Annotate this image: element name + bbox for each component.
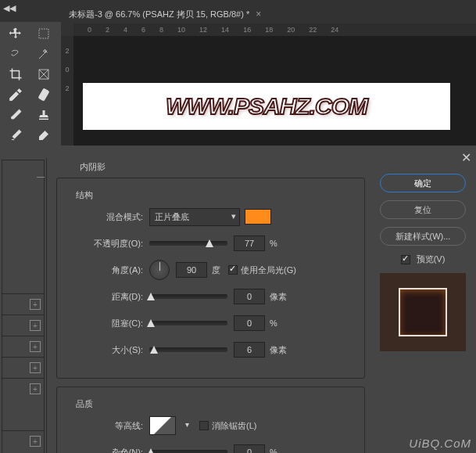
distance-slider[interactable] [149, 294, 227, 299]
fx-row[interactable]: + [2, 357, 44, 378]
tools-toolbar [0, 22, 61, 147]
history-brush-icon[interactable] [2, 126, 29, 145]
eraser-tool-icon[interactable] [30, 126, 57, 145]
stamp-tool-icon[interactable] [30, 106, 57, 124]
choke-slider[interactable] [149, 321, 227, 325]
wand-tool-icon[interactable] [30, 45, 57, 63]
distance-label: 距离(D): [65, 291, 143, 303]
antialias-checkbox[interactable] [199, 421, 209, 430]
styles-list-panel: — + + + + + + [0, 158, 47, 453]
angle-dial[interactable] [149, 260, 170, 280]
opacity-unit: % [270, 239, 277, 248]
shadow-color-swatch[interactable] [245, 209, 271, 225]
angle-label: 角度(A): [65, 264, 143, 276]
noise-slider[interactable] [149, 450, 227, 453]
marquee-tool-icon[interactable] [30, 24, 57, 43]
brush-tool-icon[interactable] [2, 106, 29, 124]
choke-label: 阻塞(C): [65, 318, 143, 329]
blend-mode-label: 混合模式: [65, 211, 143, 223]
choke-unit: % [270, 318, 277, 328]
add-icon[interactable]: + [30, 362, 41, 373]
close-icon[interactable]: × [256, 9, 261, 20]
svg-rect-2 [38, 88, 49, 101]
vertical-ruler: 202 [61, 36, 73, 146]
quality-section-title: 品质 [65, 398, 356, 416]
distance-input[interactable] [234, 289, 265, 304]
choke-input[interactable] [234, 315, 265, 331]
size-input[interactable] [234, 342, 265, 358]
size-label: 大小(S): [65, 344, 143, 356]
document-title: 未标题-3 @ 66.7% (PSAHZ 拷贝 15, RGB/8#) * [69, 9, 249, 20]
panel-title: 内阴影 [80, 161, 365, 173]
eyedropper-tool-icon[interactable] [2, 85, 29, 104]
document-tab[interactable]: 未标题-3 @ 66.7% (PSAHZ 拷贝 15, RGB/8#) * × [63, 6, 267, 22]
add-icon[interactable]: + [30, 299, 41, 310]
contour-picker[interactable] [149, 416, 176, 435]
opacity-label: 不透明度(O): [65, 238, 143, 250]
ok-button[interactable]: 确定 [380, 174, 466, 192]
angle-unit: 度 [212, 264, 220, 276]
distance-unit: 像素 [270, 291, 287, 303]
canvas: WWW.PSAHZ.COM [83, 83, 450, 130]
noise-label: 杂色(N): [65, 447, 143, 454]
angle-input[interactable] [176, 262, 207, 278]
global-light-label: 使用全局光(G) [241, 264, 296, 276]
canvas-area[interactable]: WWW.PSAHZ.COM [73, 36, 476, 146]
site-watermark: UiBQ.CoM [409, 437, 471, 450]
crop-tool-icon[interactable] [2, 65, 29, 84]
collapse-icon[interactable]: — [37, 172, 45, 181]
dialog-close-icon[interactable]: ✕ [461, 150, 471, 165]
horizontal-ruler: 024681012141618202224 [73, 23, 476, 36]
new-style-button[interactable]: 新建样式(W)... [380, 227, 466, 246]
fx-row[interactable]: + [2, 378, 44, 399]
antialias-label: 消除锯齿(L) [212, 420, 256, 432]
size-slider[interactable] [149, 347, 227, 352]
global-light-checkbox[interactable] [228, 265, 238, 275]
size-unit: 像素 [270, 344, 287, 356]
frame-tool-icon[interactable] [30, 65, 57, 84]
noise-input[interactable] [234, 444, 265, 453]
lasso-tool-icon[interactable] [2, 45, 29, 63]
fx-row[interactable]: + [2, 336, 44, 357]
fx-row[interactable]: + [2, 293, 44, 315]
fx-row[interactable]: + [2, 430, 44, 451]
svg-rect-0 [39, 29, 48, 38]
fx-row[interactable]: + [2, 315, 44, 336]
add-icon[interactable]: + [30, 383, 41, 394]
layer-style-dialog: ✕ — + + + + + + 内阴影 结构 混合模式: 正片叠底 [0, 146, 476, 453]
preview-label: 预览(V) [417, 253, 446, 265]
canvas-text: WWW.PSAHZ.COM [166, 93, 367, 120]
add-icon[interactable]: + [30, 320, 41, 331]
noise-unit: % [270, 448, 277, 453]
blend-mode-select[interactable]: 正片叠底 [149, 208, 240, 226]
opacity-slider[interactable] [149, 241, 227, 246]
structure-section-title: 结构 [65, 189, 356, 207]
heal-tool-icon[interactable] [30, 85, 57, 104]
preview-checkbox[interactable] [401, 255, 410, 264]
preview-thumbnail [380, 273, 466, 351]
reset-button[interactable]: 复位 [380, 200, 466, 219]
add-icon[interactable]: + [30, 341, 41, 352]
collapse-chevrons[interactable]: ◀◀ [0, 2, 19, 14]
contour-label: 等高线: [65, 420, 143, 432]
add-icon[interactable]: + [30, 436, 41, 447]
move-tool-icon[interactable] [2, 24, 29, 43]
opacity-input[interactable] [234, 235, 265, 251]
